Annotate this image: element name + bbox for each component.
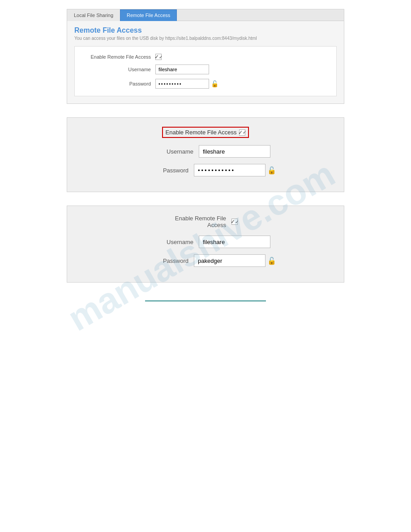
- username-label-p3: Username: [141, 239, 199, 245]
- password-label: Password: [84, 81, 155, 86]
- show-password-icon-p3[interactable]: 🔓: [268, 257, 275, 264]
- screenshot-panel-2: Enable Remote File Access ✓ Username Pas…: [67, 117, 344, 192]
- enable-remote-label-lg: Enable Remote File Access: [166, 129, 237, 136]
- password-row-p3: Password 🔓: [85, 254, 326, 267]
- enable-label: Enable Remote File Access: [84, 54, 155, 60]
- panel2-inner: Enable Remote File Access ✓ Username Pas…: [67, 127, 344, 183]
- bottom-link: [145, 300, 266, 301]
- tab-local-file-sharing[interactable]: Local File Sharing: [67, 9, 120, 21]
- tabs-bar: Local File Sharing Remote File Access: [67, 9, 344, 21]
- checkbox-check-icon-lg: ✓: [238, 129, 243, 136]
- enable-checkbox[interactable]: ✓: [155, 54, 162, 60]
- show-password-icon[interactable]: 🔓: [211, 80, 218, 87]
- password-row-lg: Password 🔓: [85, 164, 326, 176]
- password-input-lg[interactable]: [194, 164, 265, 176]
- enable-checkbox-lg[interactable]: ✓: [239, 129, 245, 136]
- show-password-icon-lg[interactable]: 🔓: [268, 167, 275, 174]
- enable-label-p3: Enable Remote File Access: [173, 215, 231, 228]
- page-title: Remote File Access: [74, 26, 337, 34]
- password-label-p3: Password: [136, 257, 194, 264]
- username-row: Username: [84, 64, 327, 74]
- password-input[interactable]: [155, 79, 209, 89]
- enable-row-p3: Enable Remote File Access ✓: [85, 215, 326, 228]
- checkbox-check-icon: ✓: [154, 54, 159, 60]
- screenshot-panel-1: Local File Sharing Remote File Access Re…: [67, 9, 344, 104]
- tab-remote-file-access[interactable]: Remote File Access: [120, 9, 177, 21]
- page-subtitle: You can access your files on the USB dis…: [74, 36, 337, 41]
- highlight-box: Enable Remote File Access ✓: [162, 127, 249, 138]
- username-row-p3: Username: [85, 236, 326, 248]
- enable-checkbox-p3[interactable]: ✓: [231, 219, 238, 225]
- username-input-p3[interactable]: [199, 236, 270, 248]
- checkbox-check-icon-p3: ✓: [231, 219, 235, 225]
- username-label: Username: [84, 67, 155, 72]
- username-input[interactable]: [155, 64, 209, 74]
- enable-row: Enable Remote File Access ✓: [84, 54, 327, 60]
- panel1-content: Remote File Access You can access your f…: [67, 21, 344, 103]
- password-input-p3[interactable]: [194, 254, 265, 267]
- password-row: Password 🔓: [84, 79, 327, 89]
- highlight-row: Enable Remote File Access ✓: [162, 127, 249, 138]
- password-label-lg: Password: [136, 167, 194, 174]
- username-row-lg: Username: [85, 145, 326, 158]
- username-label-lg: Username: [141, 148, 199, 155]
- username-input-lg[interactable]: [199, 145, 270, 158]
- screenshot-panel-3: Enable Remote File Access ✓ Username Pas…: [67, 206, 344, 283]
- panel3-inner: Enable Remote File Access ✓ Username Pas…: [67, 215, 344, 273]
- panel1-form-box: Enable Remote File Access ✓ Username Pas…: [74, 46, 337, 96]
